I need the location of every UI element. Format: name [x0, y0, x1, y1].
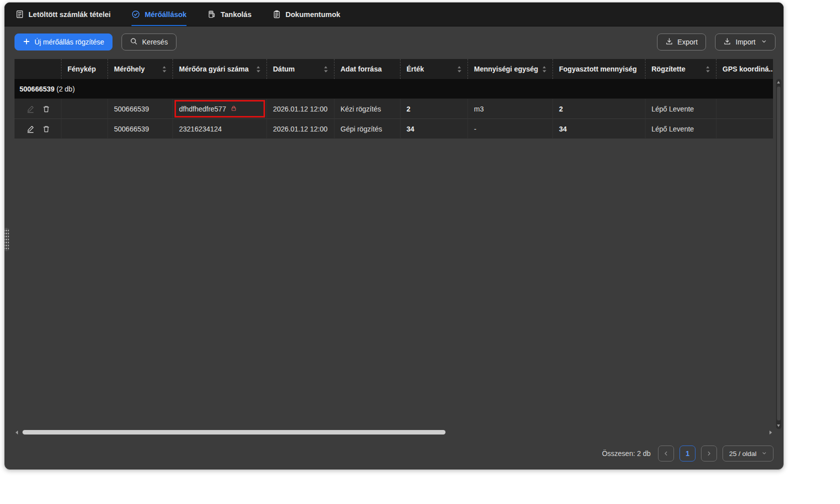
app-window: Letöltött számlák tételei Mérőállások Ta… [4, 2, 784, 470]
sort-icon [706, 66, 710, 73]
sort-icon [256, 66, 260, 73]
pagination: Összesen: 2 db 1 25 / oldal [602, 446, 774, 462]
group-header: 500666539 (2 db) [14, 79, 773, 99]
meter-point-cell: 500666539 [108, 99, 173, 119]
edit-icon[interactable] [26, 125, 34, 133]
unit-cell: - [468, 119, 553, 139]
table-row: 500666539 dfhdfhedfre577 2026.01.12 12:0… [14, 99, 773, 119]
receipt-icon [16, 10, 24, 18]
table-row: 500666539 23216234124 2026.01.12 12:00 G… [14, 119, 773, 139]
column-header-recorded-by[interactable]: Rögzítette [646, 59, 716, 79]
column-header-gps: GPS koordiná.. [716, 59, 773, 79]
column-header-unit[interactable]: Mennyiségi egység [468, 59, 553, 79]
value-cell: 34 [400, 119, 468, 139]
header-row: Fénykép Mérőhely Mérőóra gyári száma Dát… [14, 59, 773, 79]
vertical-scrollbar[interactable] [776, 79, 782, 429]
tab-documents[interactable]: Dokumentumok [272, 2, 340, 26]
column-header-photo: Fénykép [62, 59, 108, 79]
vertical-scrollbar-thumb[interactable] [777, 86, 780, 420]
page-size-select[interactable]: 25 / oldal [722, 446, 774, 462]
tab-meter-readings[interactable]: Mérőállások [132, 2, 186, 26]
tab-label: Dokumentumok [286, 10, 340, 18]
horizontal-scrollbar-thumb[interactable] [22, 430, 446, 434]
sort-icon [542, 66, 546, 73]
serial-value: dfhdfhedfre577 [179, 105, 226, 113]
recorded-by-cell: Lépő Levente [646, 119, 716, 139]
tab-label: Letöltött számlák tételei [28, 10, 110, 18]
lock-icon [230, 105, 237, 113]
scroll-up-arrow[interactable] [777, 81, 780, 84]
consumed-cell: 34 [553, 119, 646, 139]
prev-page-button[interactable] [658, 446, 674, 462]
photo-cell [62, 99, 108, 119]
new-meter-reading-label: Új mérőállás rögzítése [34, 38, 104, 46]
horizontal-scrollbar[interactable] [14, 430, 773, 436]
panel-resize-grip[interactable] [4, 228, 9, 251]
group-count: (2 db) [54, 85, 74, 93]
recorded-by-cell: Lépő Levente [646, 99, 716, 119]
search-icon [130, 38, 138, 46]
sort-icon [457, 66, 462, 73]
group-key: 500666539 [20, 85, 54, 93]
chevron-down-icon [762, 450, 767, 458]
meter-readings-table: Fénykép Mérőhely Mérőóra gyári száma Dát… [14, 59, 773, 139]
document-icon [272, 10, 281, 18]
source-cell: Kézi rögzítés [334, 99, 400, 119]
search-button[interactable]: Keresés [122, 34, 176, 50]
unit-cell: m3 [468, 99, 553, 119]
column-header-value[interactable]: Érték [400, 59, 468, 79]
delete-icon[interactable] [42, 105, 50, 113]
group-row: 500666539 (2 db) [14, 79, 773, 99]
page-1-button[interactable]: 1 [680, 446, 696, 462]
source-cell: Gépi rögzítés [334, 119, 400, 139]
actions-cell [14, 99, 62, 119]
new-meter-reading-button[interactable]: Új mérőállás rögzítése [14, 34, 112, 50]
check-circle-icon [132, 10, 140, 18]
column-header-meter-point[interactable]: Mérőhely [108, 59, 173, 79]
column-header-consumed: Fogyasztott mennyiség [553, 59, 646, 79]
sort-icon [162, 66, 166, 73]
search-label: Keresés [142, 38, 168, 46]
import-label: Import [736, 38, 756, 46]
edit-icon[interactable] [26, 105, 34, 113]
gps-cell [716, 99, 773, 119]
delete-icon[interactable] [42, 125, 50, 133]
sort-icon [324, 66, 328, 73]
import-button[interactable]: Import [715, 34, 776, 50]
plus-icon [23, 38, 30, 46]
serial-cell: dfhdfhedfre577 [173, 99, 267, 119]
export-label: Export [678, 38, 698, 46]
toolbar: Új mérőállás rögzítése Keresés Export [14, 34, 776, 50]
scroll-right-arrow[interactable] [770, 430, 772, 434]
page-size-value: 25 / oldal [729, 450, 756, 458]
column-header-date[interactable]: Dátum [267, 59, 334, 79]
gps-cell [716, 119, 773, 139]
export-icon [666, 38, 673, 46]
serial-cell: 23216234124 [173, 119, 267, 139]
tab-label: Mérőállások [144, 10, 186, 18]
import-icon [724, 38, 731, 46]
column-header-actions [14, 59, 62, 79]
main-content: Új mérőállás rögzítése Keresés Export [4, 26, 784, 470]
tab-refueling[interactable]: Tankolás [208, 2, 252, 26]
value-cell: 2 [400, 99, 468, 119]
scroll-left-arrow[interactable] [16, 430, 18, 434]
actions-cell [14, 119, 62, 139]
tab-label: Tankolás [220, 10, 252, 18]
meter-point-cell: 500666539 [108, 119, 173, 139]
pagination-total: Összesen: 2 db [602, 450, 650, 458]
tab-downloaded-invoice-items[interactable]: Letöltött számlák tételei [16, 2, 110, 26]
export-button[interactable]: Export [657, 34, 706, 50]
fuel-pump-icon [208, 10, 216, 18]
date-cell: 2026.01.12 12:00 [267, 119, 334, 139]
tab-bar: Letöltött számlák tételei Mérőállások Ta… [4, 2, 784, 26]
photo-cell [62, 119, 108, 139]
date-cell: 2026.01.12 12:00 [267, 99, 334, 119]
column-header-meter-serial[interactable]: Mérőóra gyári száma [173, 59, 267, 79]
column-header-data-source: Adat forrása [334, 59, 400, 79]
chevron-down-icon [761, 38, 767, 46]
scroll-down-arrow[interactable] [777, 424, 780, 427]
consumed-cell: 2 [553, 99, 646, 119]
next-page-button[interactable] [701, 446, 717, 462]
